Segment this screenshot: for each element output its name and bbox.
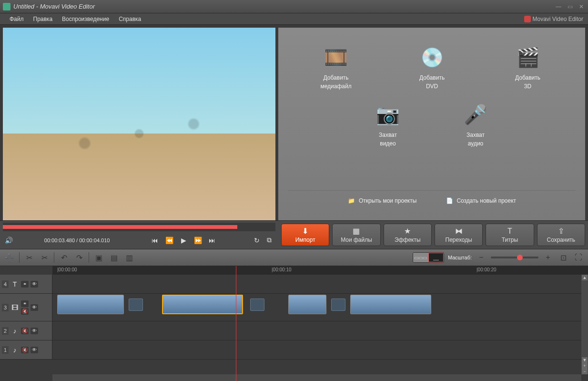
transition-2[interactable] xyxy=(250,299,264,311)
add-media-label2: медиафайл xyxy=(320,83,351,90)
add-media-label1: Добавить xyxy=(324,74,349,81)
clip-1[interactable]: 1.mp4 (0:00:03) xyxy=(57,295,124,314)
track-link-button[interactable]: ⚭ xyxy=(21,281,29,288)
transport-buttons: ⏮ ⏪ ▶ ⏩ ⏭ xyxy=(151,236,216,245)
tab-transitions[interactable]: ⧓Переходы xyxy=(435,224,483,246)
tool-3-button[interactable]: ▥ xyxy=(123,252,135,263)
clapper-icon: 🎬 xyxy=(513,42,543,72)
zoom-out-button[interactable]: − xyxy=(476,252,487,263)
track-content-video[interactable]: 1.mp4 (0:00:03) Summer.mp4 (0:00:04) Swi… xyxy=(52,294,588,321)
tab-save[interactable]: ⇪Сохранить xyxy=(537,224,585,246)
scroll-up-button[interactable]: ▲ xyxy=(582,275,588,280)
transition-icon: ⧓ xyxy=(455,227,463,236)
tab-titles-label: Титры xyxy=(502,237,518,243)
tab-myfiles[interactable]: ▦Мои файлы xyxy=(332,224,380,246)
tool-2-button[interactable]: ▤ xyxy=(108,252,120,263)
track-mute-button[interactable]: 🔇 xyxy=(21,308,29,315)
remove-track-button[interactable]: − xyxy=(582,369,588,374)
horizontal-scrollbar[interactable] xyxy=(52,374,581,381)
track-number: 3 xyxy=(2,304,9,311)
loop-button[interactable]: ↻ xyxy=(253,236,261,245)
zoom-fit-button[interactable]: ⊡ xyxy=(558,252,569,263)
zoom-thumb[interactable] xyxy=(517,255,523,260)
video-preview[interactable] xyxy=(3,28,275,220)
rewind-button[interactable]: ⏪ xyxy=(165,236,173,245)
menu-file[interactable]: Файл xyxy=(5,16,29,22)
brand-icon xyxy=(524,16,531,22)
add-button[interactable]: ➕ xyxy=(4,252,15,263)
track-visible-button[interactable]: 👁 xyxy=(30,347,38,353)
track-content-titles[interactable] xyxy=(52,275,588,293)
scroll-down-button[interactable]: ▼ xyxy=(582,357,588,363)
track-head-titles: 4 T ⚭ 👁 xyxy=(0,275,52,293)
track-head-audio1: 1 ♪ 🔇 👁 xyxy=(0,340,52,359)
menu-playback[interactable]: Воспроизведение xyxy=(57,16,114,22)
tab-transitions-label: Переходы xyxy=(446,237,472,243)
track-audio-2: 2 ♪ 🔇 👁 xyxy=(0,321,588,340)
capture-audio-button[interactable]: 🎤 Захват аудио xyxy=(460,99,491,147)
tab-effects[interactable]: ★Эффекты xyxy=(384,224,432,246)
track-visible-button[interactable]: 👁 xyxy=(30,281,38,288)
tab-import[interactable]: ⬇Импорт xyxy=(281,224,329,246)
dvd-icon: 💿 xyxy=(417,42,447,72)
split-button[interactable]: ✂ xyxy=(39,252,50,263)
open-projects-link[interactable]: 📁 Открыть мои проекты xyxy=(347,196,416,205)
cap-video-label1: Захват xyxy=(379,132,397,138)
add-dvd-button[interactable]: 💿 Добавить DVD xyxy=(417,42,447,90)
skip-end-button[interactable]: ⏭ xyxy=(208,236,216,245)
close-button[interactable]: ✕ xyxy=(578,3,585,10)
scrub-bar[interactable] xyxy=(3,223,275,231)
crop-button[interactable]: ⧉ xyxy=(265,236,274,245)
redo-button[interactable]: ↷ xyxy=(73,252,85,263)
menu-edit[interactable]: Правка xyxy=(29,16,58,22)
clip-4[interactable]: Water.jpg (0:00:04) xyxy=(350,295,431,314)
window-controls: — ▭ ✕ xyxy=(555,3,585,10)
cut-button[interactable]: ✂ xyxy=(23,252,35,263)
playhead[interactable] xyxy=(236,266,236,381)
text-icon: T xyxy=(507,227,512,236)
add-dvd-label1: Добавить xyxy=(419,74,445,81)
zoom-in-button[interactable]: + xyxy=(542,252,554,263)
undo-button[interactable]: ↶ xyxy=(58,252,70,263)
add-3d-button[interactable]: 🎬 Добавить 3D xyxy=(513,42,543,90)
capture-video-button[interactable]: 📷 Захват видео xyxy=(373,99,403,147)
track-mute-button[interactable]: 🔇 xyxy=(21,328,29,334)
new-project-label: Создать новый проект xyxy=(456,197,516,204)
separator xyxy=(54,252,54,263)
fullscreen-button[interactable]: ⛶ xyxy=(573,252,584,263)
timeline-toolbar: ➕ ✂ ✂ ↶ ↷ ▣ ▤ ▥ ▭▭▭ ⎯⎯ Масштаб: − + ⊡ ⛶ xyxy=(0,249,588,266)
import-icon: ⬇ xyxy=(302,227,308,236)
separator xyxy=(19,252,20,263)
tool-1-button[interactable]: ▣ xyxy=(93,252,104,263)
play-button[interactable]: ▶ xyxy=(179,236,188,245)
transition-1[interactable] xyxy=(129,299,143,311)
add-media-button[interactable]: 🎞️ Добавить медиафайл xyxy=(320,42,351,90)
minimize-button[interactable]: — xyxy=(555,3,562,10)
maximize-button[interactable]: ▭ xyxy=(566,3,574,10)
menu-help[interactable]: Справка xyxy=(114,16,146,22)
timeline-view-button[interactable]: ⎯⎯ xyxy=(428,253,444,262)
zoom-slider[interactable] xyxy=(491,257,538,258)
storyboard-view-button[interactable]: ▭▭▭ xyxy=(413,253,428,262)
track-content-audio2[interactable] xyxy=(52,321,588,340)
timeline-ruler[interactable]: |00:00:00 |00:00:10 |00:00:20 xyxy=(52,266,588,275)
transition-3[interactable] xyxy=(331,299,345,311)
tab-titles[interactable]: TТитры xyxy=(486,224,534,246)
fastforward-button[interactable]: ⏩ xyxy=(193,236,202,245)
timeline: |00:00:00 |00:00:10 |00:00:20 4 T ⚭ 👁 3 … xyxy=(0,266,588,381)
volume-icon[interactable]: 🔊 xyxy=(5,237,13,244)
track-content-audio1[interactable] xyxy=(52,340,588,359)
track-visible-button[interactable]: 👁 xyxy=(30,304,38,311)
skip-start-button[interactable]: ⏮ xyxy=(151,236,159,245)
new-project-link[interactable]: 📄 Создать новый проект xyxy=(445,196,516,205)
track-link-button[interactable]: ⚭ xyxy=(21,300,29,307)
export-icon: ⇪ xyxy=(558,227,564,236)
time-total: 00:00:04.010 xyxy=(79,237,110,243)
vertical-scrollbar[interactable]: ▲ ▼ + − xyxy=(581,275,588,374)
clip-2[interactable]: Summer.mp4 (0:00:04) xyxy=(162,295,243,314)
upper-pane: 🎞️ Добавить медиафайл 💿 Добавить DVD 🎬 Д… xyxy=(0,25,588,220)
add-track-button[interactable]: + xyxy=(582,363,588,369)
track-mute-button[interactable]: 🔇 xyxy=(21,347,29,353)
track-visible-button[interactable]: 👁 xyxy=(30,328,38,334)
clip-3[interactable]: Swimming.jpg (0:... xyxy=(288,295,326,314)
